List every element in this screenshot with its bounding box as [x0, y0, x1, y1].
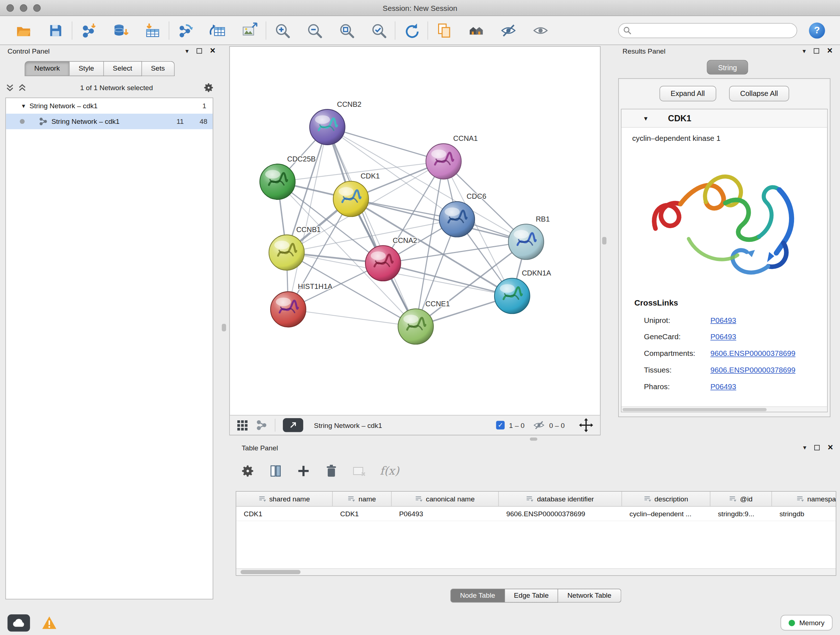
network-node-CDK1[interactable]: CDK1: [333, 172, 380, 217]
close-panel-icon[interactable]: ×: [827, 48, 833, 54]
scrollbar-thumb[interactable]: [622, 408, 767, 411]
network-collection-row[interactable]: ▼ String Network – cdk1 1: [6, 98, 213, 114]
column-header-name[interactable]: name: [333, 492, 392, 506]
scrollbar-thumb[interactable]: [240, 570, 301, 574]
zoom-selected-icon[interactable]: [371, 22, 387, 38]
zoom-fit-icon[interactable]: [339, 22, 355, 38]
float-panel-icon[interactable]: [814, 48, 819, 54]
memory-button[interactable]: Memory: [781, 615, 833, 631]
close-panel-icon[interactable]: ×: [210, 48, 216, 54]
tab-node-table[interactable]: Node Table: [450, 589, 505, 603]
expand-all-button[interactable]: Expand All: [660, 86, 716, 101]
search-input[interactable]: [618, 23, 797, 38]
table-row[interactable]: CDK1CDK1P064939606.ENSP00000378699cyclin…: [236, 507, 836, 521]
table-cell-namespace[interactable]: stringdb: [772, 507, 836, 521]
float-panel-icon[interactable]: [814, 445, 820, 450]
string-home-icon[interactable]: [468, 22, 484, 38]
open-external-button[interactable]: [283, 418, 303, 432]
add-column-plus-icon[interactable]: [296, 463, 311, 478]
column-header-namespace[interactable]: namespace: [772, 492, 836, 506]
column-header-canonical-name[interactable]: canonical name: [392, 492, 499, 506]
network-edge-CCNB2-HIST1H1A[interactable]: [288, 127, 327, 310]
collapse-panel-icon[interactable]: ▾: [185, 47, 188, 55]
table-cell-name[interactable]: CDK1: [333, 507, 392, 521]
zoom-out-icon[interactable]: [306, 22, 322, 38]
crosslink-link[interactable]: 9606.ENSP00000378699: [711, 365, 796, 374]
hidden-eye-slash-icon[interactable]: [533, 419, 545, 431]
minimize-window-button[interactable]: [20, 4, 27, 12]
collapse-all-button[interactable]: Collapse All: [729, 86, 789, 101]
network-edge-CCNB2-CCNA1[interactable]: [327, 127, 444, 162]
table-cell-description[interactable]: cyclin–dependent ...: [622, 507, 710, 521]
zoom-in-icon[interactable]: [274, 22, 290, 38]
warning-icon[interactable]: [40, 614, 59, 631]
column-header-id[interactable]: @id: [711, 492, 772, 506]
export-table-icon[interactable]: [210, 22, 225, 38]
table-cell-database-identifier[interactable]: 9606.ENSP00000378699: [499, 507, 622, 521]
collapse-all-networks-icon[interactable]: [18, 83, 27, 92]
network-edge-HIST1H1A-CCNE1[interactable]: [288, 309, 416, 326]
cloud-icon[interactable]: [8, 614, 30, 631]
copy-document-icon[interactable]: [436, 22, 452, 38]
crosslink-link[interactable]: P06493: [711, 316, 736, 325]
selected-nodes-checkbox[interactable]: ✓: [496, 421, 505, 430]
zoom-window-button[interactable]: [33, 4, 41, 12]
save-session-icon[interactable]: [48, 22, 64, 38]
delete-column-trash-icon[interactable]: [324, 463, 339, 478]
network-node-CDC25B[interactable]: CDC25B: [260, 155, 316, 200]
table-cell-canonical-name[interactable]: P06493: [392, 507, 499, 521]
apply-layout-icon[interactable]: [403, 22, 419, 38]
help-icon[interactable]: ?: [809, 22, 825, 38]
import-table-icon[interactable]: [145, 22, 161, 38]
import-network-database-icon[interactable]: [112, 22, 128, 38]
gear-icon[interactable]: [203, 82, 214, 93]
network-node-RB1[interactable]: RB1: [508, 215, 549, 260]
hide-selected-eye-icon[interactable]: [500, 22, 516, 38]
network-node-CCNB2[interactable]: CCNB2: [309, 100, 362, 145]
column-header-database-identifier[interactable]: database identifier: [499, 492, 622, 506]
network-edge-CCNB2-CCNE1[interactable]: [327, 127, 416, 326]
function-builder-icon[interactable]: f(x): [380, 464, 399, 477]
network-node-CCNA1[interactable]: CCNA1: [426, 134, 477, 179]
show-all-eye-icon[interactable]: [532, 22, 548, 38]
expand-all-networks-icon[interactable]: [5, 83, 14, 92]
birds-eye-view-icon[interactable]: [236, 419, 248, 431]
collapse-panel-icon[interactable]: ▾: [803, 444, 806, 451]
network-edge-RB1-CCNA2[interactable]: [383, 242, 526, 263]
import-network-file-icon[interactable]: [80, 22, 96, 38]
tab-edge-table[interactable]: Edge Table: [505, 589, 558, 603]
show-columns-icon[interactable]: [268, 463, 283, 478]
tab-network[interactable]: Network: [25, 61, 69, 76]
close-window-button[interactable]: [6, 4, 14, 12]
disclosure-triangle-icon[interactable]: ▼: [643, 115, 649, 122]
tab-sets[interactable]: Sets: [142, 61, 174, 76]
network-canvas[interactable]: CCNB2CCNA1CDC25BCDK1CDC6RB1CCNB1CCNA2CDK…: [230, 47, 600, 415]
share-view-icon[interactable]: [256, 419, 267, 431]
close-panel-icon[interactable]: ×: [828, 445, 833, 451]
column-header-shared-name[interactable]: shared name: [236, 492, 333, 506]
column-header-description[interactable]: description: [622, 492, 710, 506]
network-row-selected[interactable]: String Network – cdk1 11 48: [6, 114, 213, 129]
disclosure-triangle-icon[interactable]: ▼: [21, 103, 30, 109]
crosslink-link[interactable]: P06493: [711, 382, 736, 391]
tab-select[interactable]: Select: [104, 61, 142, 76]
tab-style[interactable]: Style: [69, 61, 104, 76]
crosslink-link[interactable]: P06493: [711, 332, 736, 340]
crosshair-move-icon[interactable]: [578, 418, 593, 432]
tab-network-table[interactable]: Network Table: [558, 589, 621, 603]
table-cell-id[interactable]: stringdb:9...: [711, 507, 772, 521]
table-settings-gear-icon[interactable]: [240, 463, 255, 478]
network-node-CCNB1[interactable]: CCNB1: [269, 226, 321, 270]
open-session-icon[interactable]: [16, 22, 32, 38]
clone-network-icon[interactable]: [177, 22, 193, 38]
vertical-splitter-handle[interactable]: [602, 237, 607, 245]
export-image-icon[interactable]: [242, 22, 257, 38]
protein-section-header[interactable]: ▼ CDK1: [622, 109, 827, 127]
collapse-panel-icon[interactable]: ▾: [802, 47, 806, 55]
float-panel-icon[interactable]: [197, 48, 202, 54]
horizontal-splitter-handle[interactable]: [530, 437, 538, 440]
crosslink-link[interactable]: 9606.ENSP00000378699: [711, 348, 796, 357]
network-edge-CDK1-RB1[interactable]: [351, 199, 526, 241]
tab-string[interactable]: String: [707, 60, 748, 74]
vertical-splitter-handle[interactable]: [222, 324, 226, 331]
